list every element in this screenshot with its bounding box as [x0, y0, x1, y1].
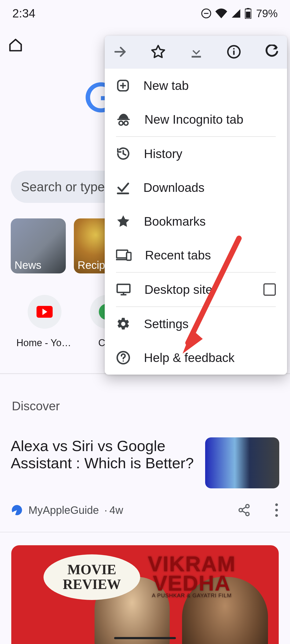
svg-point-12	[275, 514, 278, 517]
menu-label: Downloads	[143, 180, 205, 195]
info-icon	[227, 45, 241, 59]
menu-label: Bookmarks	[144, 214, 206, 229]
svg-point-6	[239, 508, 242, 512]
menu-new-incognito[interactable]: New Incognito tab	[105, 103, 287, 136]
tile-label: News	[15, 259, 41, 271]
menu-help[interactable]: Help & feedback	[105, 341, 287, 375]
shortcut-label: Home - You…	[16, 337, 73, 349]
download-icon	[189, 45, 203, 59]
info-button[interactable]	[227, 45, 241, 60]
svg-line-9	[242, 507, 246, 509]
desktop-site-checkbox[interactable]	[263, 283, 276, 296]
tile-news[interactable]: News	[11, 218, 66, 273]
star-outline-icon	[151, 44, 166, 59]
hero-title-line2: VEDHA	[148, 574, 236, 593]
svg-point-7	[246, 512, 249, 516]
battery-percentage: 79%	[256, 8, 278, 20]
youtube-icon	[37, 306, 53, 318]
svg-line-8	[242, 511, 246, 513]
svg-rect-30	[126, 253, 131, 260]
cellular-icon	[231, 8, 241, 19]
menu-bookmarks[interactable]: Bookmarks	[105, 204, 287, 238]
svg-rect-31	[117, 284, 130, 292]
hero-subtitle: A PUSHKAR & GAYATRI FILM	[148, 593, 236, 598]
feed-card-source: MyAppleGuide	[28, 504, 99, 516]
discover-heading: Discover	[11, 374, 279, 413]
svg-point-24	[124, 121, 128, 125]
feed-card[interactable]: Alexa vs Siri vs Google Assistant : Whic…	[11, 437, 279, 488]
menu-desktop-site[interactable]: Desktop site	[105, 273, 287, 306]
shortcut-icon-wrap	[28, 295, 61, 329]
navigation-pill[interactable]	[114, 637, 176, 639]
overflow-iconbar	[105, 36, 287, 69]
menu-label: Help & feedback	[144, 350, 235, 365]
menu-label: Recent tabs	[145, 248, 211, 262]
download-button[interactable]	[189, 45, 203, 60]
bubble-line1: MOVIE	[67, 562, 116, 577]
do-not-disturb-icon	[201, 8, 212, 19]
hero-bubble: MOVIE REVIEW	[44, 554, 140, 600]
svg-point-18	[233, 48, 234, 49]
svg-point-23	[119, 121, 123, 125]
hero-title-line1: VIKRAM	[148, 554, 236, 574]
menu-label: New tab	[143, 78, 189, 93]
svg-marker-27	[117, 215, 129, 227]
menu-label: History	[144, 147, 182, 161]
svg-point-10	[275, 503, 278, 506]
svg-point-5	[246, 504, 249, 508]
feed-card-meta: MyAppleGuide · 4w	[11, 503, 279, 517]
menu-label: New Incognito tab	[144, 112, 243, 127]
incognito-icon	[116, 112, 131, 127]
wifi-icon	[215, 8, 227, 19]
menu-label: Settings	[144, 317, 189, 331]
bubble-line2: REVIEW	[63, 577, 121, 592]
overflow-menu: New tab New Incognito tab History Downlo…	[105, 36, 287, 375]
feed-card-hero[interactable]: MOVIE REVIEW VIKRAM VEDHA A PUSHKAR & GA…	[11, 545, 279, 644]
search-placeholder: Search or type w	[21, 180, 118, 194]
svg-rect-3	[247, 8, 249, 9]
section-divider	[0, 532, 290, 532]
battery-icon	[245, 8, 251, 19]
status-right: 79%	[201, 8, 278, 20]
history-icon	[116, 147, 130, 161]
svg-point-35	[123, 360, 124, 362]
feed-card-thumb	[205, 437, 279, 488]
shortcut-youtube[interactable]: Home - You…	[13, 295, 76, 349]
menu-label: Desktop site	[144, 282, 212, 297]
help-icon	[116, 350, 130, 365]
dot-separator: ·	[104, 504, 107, 516]
feed-card-title: Alexa vs Siri vs Google Assistant : Whic…	[11, 437, 194, 488]
menu-history[interactable]: History	[105, 137, 287, 171]
home-icon	[8, 38, 23, 53]
svg-point-11	[275, 509, 278, 511]
star-fill-icon	[116, 214, 130, 229]
home-button[interactable]	[8, 38, 23, 53]
more-vert-icon[interactable]	[275, 503, 278, 517]
reload-icon	[264, 45, 279, 59]
new-tab-icon	[116, 79, 130, 93]
svg-rect-22	[117, 119, 130, 120]
devices-icon	[116, 248, 132, 262]
forward-button[interactable]	[113, 45, 127, 60]
menu-recent-tabs[interactable]: Recent tabs	[105, 238, 287, 272]
menu-downloads[interactable]: Downloads	[105, 171, 287, 204]
status-time: 2:34	[12, 7, 35, 20]
svg-marker-14	[152, 45, 165, 57]
status-bar: 2:34 79%	[0, 0, 290, 27]
share-icon[interactable]	[237, 503, 251, 517]
desktop-icon	[116, 283, 131, 296]
hero-title: VIKRAM VEDHA A PUSHKAR & GAYATRI FILM	[148, 554, 236, 598]
gear-icon	[116, 317, 130, 331]
discover-section: Discover Alexa vs Siri vs Google Assista…	[0, 374, 290, 517]
menu-settings[interactable]: Settings	[105, 307, 287, 341]
bookmark-button[interactable]	[151, 44, 166, 60]
svg-rect-4	[246, 12, 251, 18]
menu-new-tab[interactable]: New tab	[105, 69, 287, 103]
forward-icon	[113, 45, 127, 59]
check-underline-icon	[116, 181, 130, 195]
svg-rect-15	[191, 56, 201, 58]
feed-card-age: 4w	[110, 504, 123, 516]
reload-button[interactable]	[264, 45, 279, 60]
source-icon	[10, 504, 24, 517]
